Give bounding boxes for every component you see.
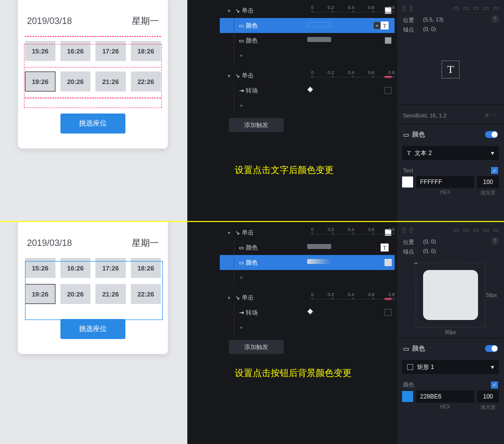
time-slot[interactable]: 15:26 [25, 258, 55, 278]
layer-icon: ▭ [237, 22, 246, 29]
time-slot[interactable]: 17:26 [95, 258, 126, 278]
time-slot[interactable]: 16:26 [60, 258, 91, 278]
phone-card: 2019/03/18 星期一 15:2616:2617:2618:26 19:2… [18, 222, 168, 354]
layer-icon: ▭ [237, 38, 246, 44]
inspector-panel-bottom: ▯▯ ▭ ▭ ▭ ▭ ▭ 位置(0, 0) 锚点(0, 0) ? ↔ 58px … [397, 222, 504, 444]
pick-seat-button[interactable]: 挑选座位 [60, 319, 125, 339]
weekday-label: 星期一 [132, 237, 159, 249]
help-icon[interactable]: ? [491, 15, 499, 23]
align-icon[interactable]: ▭ [483, 226, 489, 234]
time-slot[interactable]: 22:26 [131, 284, 161, 304]
ruler-tick: 0.6 [368, 227, 375, 232]
anchor-label: 锚点 [403, 26, 418, 34]
ruler-tick: 0.2 [328, 292, 334, 297]
timeline-ruler-2[interactable]: 00.20.40.60.8 [311, 289, 395, 304]
align-center-icon[interactable]: ▯ [410, 4, 413, 12]
time-slot[interactable]: 17:26 [95, 41, 126, 61]
align-tools-row[interactable]: ▯▯ ▭ ▭ ▭ ▭ ▭ [397, 222, 504, 238]
color-toggle[interactable] [485, 131, 498, 138]
timeline-ruler[interactable]: 00.20.40.60.8 [311, 224, 395, 239]
text-align-menu-icon[interactable]: ≡ [486, 112, 489, 118]
color-keyframe-bar-blue[interactable] [307, 22, 331, 27]
time-slot[interactable]: 18:26 [131, 41, 161, 61]
ruler-tick: 0 [311, 227, 314, 232]
property-enabled-check[interactable]: ✓ [491, 167, 498, 174]
layer-select[interactable]: 矩形 1 ▾ [402, 360, 499, 374]
color-section-label: 颜色 [403, 381, 414, 388]
rect-type-icon [407, 364, 413, 370]
add-layer-row-2[interactable]: + [220, 320, 395, 335]
color-keyframe-bar-gradient[interactable] [307, 259, 331, 264]
align-icon[interactable]: ▭ [483, 4, 489, 12]
opacity-input[interactable]: 100 [477, 176, 499, 188]
anchor-value: (0, 0) [423, 26, 436, 34]
time-slot[interactable]: 21:26 [95, 284, 126, 304]
opacity-input[interactable]: 100 [477, 390, 499, 402]
color-section-title: 颜色 [412, 344, 425, 353]
time-slot[interactable]: 19:26 [25, 72, 55, 92]
transition-icon: ⇥ [237, 310, 246, 316]
align-icon2[interactable]: ▭ [493, 4, 499, 12]
time-slot[interactable]: 20:26 [60, 284, 91, 304]
hex-input[interactable]: 228BE6 [416, 390, 474, 402]
ruler-tick: 0.4 [348, 292, 354, 297]
ruler-tick: 0.4 [348, 227, 354, 232]
text-section-label: Text [403, 168, 413, 174]
color-swatch[interactable] [402, 391, 413, 402]
color-keyframe-bar-gray[interactable] [307, 244, 331, 249]
time-slot[interactable]: 18:26 [131, 258, 161, 278]
align-left-icon[interactable]: ▯ [402, 4, 406, 12]
color-keyframe-bar-gray[interactable] [307, 37, 331, 42]
align-top-icon[interactable]: ▭ [453, 4, 459, 12]
add-trigger-button[interactable]: 添加触发 [229, 340, 284, 354]
ruler-tick: 0.4 [348, 70, 354, 75]
help-icon[interactable]: ? [491, 237, 499, 245]
time-slot[interactable]: 19:26 [25, 284, 55, 304]
add-trigger-button[interactable]: 添加触发 [229, 118, 284, 132]
align-left-icon[interactable]: ▯ [402, 226, 406, 234]
layer-icon: ▭ [237, 260, 246, 266]
time-slot[interactable]: 22:26 [131, 72, 161, 92]
shape-preview-text: T [423, 44, 478, 94]
property-enabled-check[interactable]: ✓ [491, 382, 498, 388]
time-slot[interactable]: 15:26 [25, 41, 55, 61]
hex-sublabel: HEX [413, 190, 477, 196]
caret-down-icon: ▾ [491, 150, 494, 156]
rect-layer-preview [423, 270, 478, 320]
align-bottom-icon[interactable]: ▭ [473, 226, 479, 234]
layer-select[interactable]: T文本 2 ▾ [402, 146, 499, 160]
align-middle-icon[interactable]: ▭ [463, 226, 469, 234]
shape-preview-rect: ↔ 58px 60px [416, 262, 486, 328]
align-bottom-icon[interactable]: ▭ [473, 4, 479, 12]
align-middle-icon[interactable]: ▭ [463, 4, 469, 12]
weekday-label: 星期一 [132, 15, 159, 27]
time-slot[interactable]: 20:26 [60, 72, 91, 92]
font-summary: SemiBold, 16, 1.2 [403, 112, 447, 118]
layer-select-value: 矩形 1 [417, 363, 434, 372]
time-slot[interactable]: 16:26 [60, 41, 91, 61]
ruler-tick: 0.4 [348, 5, 354, 10]
keyframe-diamond-icon[interactable] [307, 308, 313, 314]
timeline-ruler-2[interactable]: 00.20.40.60.8 [311, 67, 395, 82]
ruler-tick: 0 [311, 70, 314, 75]
color-toggle[interactable] [485, 345, 498, 352]
timeline-ruler[interactable]: 00.20.40.60.8 [311, 2, 395, 17]
hex-input[interactable]: FFFFFF [416, 176, 474, 188]
align-icon2[interactable]: ▭ [493, 226, 499, 234]
height-label: 58px [486, 292, 497, 298]
align-center-icon[interactable]: ▯ [410, 226, 413, 234]
color-section-title: 颜色 [412, 130, 425, 139]
keyframe-diamond-icon[interactable] [307, 86, 313, 92]
layer-select-value: 文本 2 [415, 149, 432, 158]
time-slot[interactable]: 21:26 [95, 72, 126, 92]
text-type-icon: T [407, 150, 411, 157]
align-tools-row[interactable]: ▯▯ ▭ ▭ ▭ ▭ ▭ [397, 0, 504, 16]
text-format-icon[interactable]: ⋯ [493, 112, 498, 118]
align-top-icon[interactable]: ▭ [453, 226, 459, 234]
ruler-tick: 0 [311, 5, 314, 10]
color-swatch[interactable] [402, 176, 413, 188]
timeline-panel-bottom: 00.20.40.60.8 00.20.40.60.8 [307, 222, 395, 319]
ruler-tick: 0.6 [368, 5, 375, 10]
pick-seat-button[interactable]: 挑选座位 [60, 114, 125, 134]
add-layer-row-2[interactable]: + [220, 98, 395, 113]
